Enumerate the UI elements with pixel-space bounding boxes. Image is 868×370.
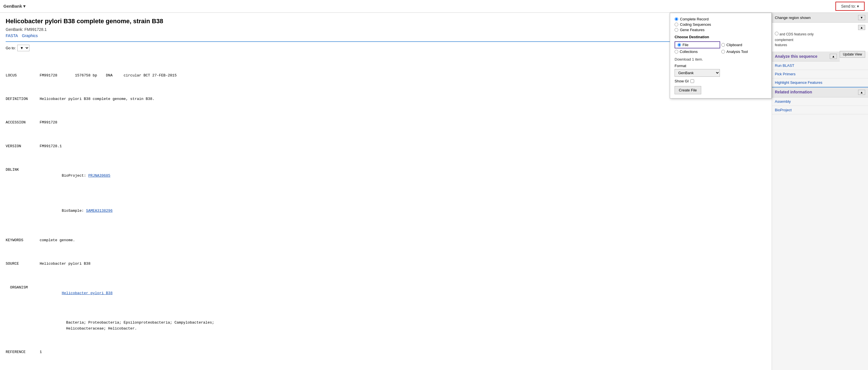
coding-sequences-label: Coding Sequences — [680, 22, 711, 27]
dblink-biosample-text: BioSample: — [62, 209, 86, 213]
organism-label: ORGANISM — [6, 285, 40, 302]
analyze-scroll-btn[interactable]: ▲ — [830, 54, 837, 59]
assembly-link[interactable]: Assembly — [772, 97, 868, 106]
file-radio[interactable] — [677, 43, 681, 47]
keywords-row: KEYWORDS complete genome. — [6, 238, 766, 243]
format-select[interactable]: GenBank FASTA GenPept ASN.1 — [675, 69, 720, 77]
clipboard-label: Clipboard — [726, 43, 742, 47]
complement-label: complement — [775, 38, 865, 42]
collections-label: Collections — [680, 50, 698, 54]
analysis-tool-destination[interactable]: Analysis Tool — [721, 50, 767, 54]
page-title: Helicobacter pylori B38 complete genome,… — [6, 17, 766, 26]
organism-taxonomy-row: Bacteria; Proteobacteria; Epsilonproteob… — [6, 320, 766, 332]
coding-sequences-radio[interactable] — [675, 23, 678, 26]
features-label: features — [775, 43, 865, 47]
highlight-features-link[interactable]: Highlight Sequence Features — [772, 79, 868, 87]
analyze-header: Analyze this sequence ▲ — [772, 52, 840, 61]
genbank-nav-link[interactable]: GenBank ▾ — [3, 4, 26, 9]
format-label: Format — [675, 64, 767, 68]
goto-row: Go to: ▼ — [6, 45, 766, 51]
analysis-tool-label: Analysis Tool — [726, 50, 748, 54]
version-label: VERSION — [6, 144, 40, 150]
download-count-text: Download 1 item. — [675, 57, 767, 61]
show-gi-checkbox[interactable] — [690, 79, 694, 83]
related-scroll-btn[interactable]: ▲ — [858, 90, 865, 95]
dblink-bioproj-row: DBLINK BioProject: PRJNA39685 — [6, 167, 766, 185]
record-type-group: Complete Record Coding Sequences Gene Fe… — [675, 17, 767, 32]
version-row: VERSION FM991728.1 — [6, 144, 766, 150]
genbank-id: GenBank: FM991728.1 — [6, 27, 766, 32]
organism-taxonomy-spacer — [6, 320, 40, 332]
organism-link[interactable]: Helicobacter pylori B38 — [62, 291, 113, 295]
definition-row: DEFINITION Helicobacter pylori B38 compl… — [6, 96, 766, 102]
change-region-scroll-btn[interactable]: ▼ — [858, 15, 865, 20]
clipboard-destination[interactable]: Clipboard — [721, 41, 767, 49]
organism-row: ORGANISM Helicobacter pylori B38 — [6, 285, 766, 302]
organism-value: Helicobacter pylori B38 — [40, 285, 766, 302]
cds-radio[interactable] — [775, 32, 778, 35]
cds-features-label: and CDS features only — [775, 32, 865, 36]
left-content: Helicobacter pylori B38 complete genome,… — [0, 13, 772, 370]
accession-label: ACCESSION — [6, 120, 40, 126]
goto-label: Go to: — [6, 46, 16, 50]
header-links: FASTA Graphics — [6, 33, 766, 38]
reference-label: REFERENCE — [6, 349, 40, 355]
goto-select[interactable]: ▼ — [17, 45, 29, 51]
change-region-label: Change region shown — [775, 16, 810, 20]
top-nav: GenBank ▾ Send to: ▾ Complete Record Cod… — [0, 0, 868, 13]
locus-value: FM991728 1576758 bp DNA circular BCT 27-… — [40, 73, 766, 79]
collections-destination[interactable]: Collections — [675, 50, 720, 54]
source-label: SOURCE — [6, 261, 40, 267]
dblink-biosample-value: BioSample: SAMEA3138296 — [40, 203, 766, 220]
create-file-button[interactable]: Create File — [675, 86, 701, 94]
clipboard-radio[interactable] — [721, 43, 725, 47]
definition-value: Helicobacter pylori B38 complete genome,… — [40, 96, 766, 102]
complete-record-label: Complete Record — [680, 17, 709, 21]
run-blast-link[interactable]: Run BLAST — [772, 61, 868, 70]
gene-features-label: Gene Features — [680, 28, 705, 32]
collections-radio[interactable] — [675, 50, 678, 54]
organism-taxonomy-value: Bacteria; Proteobacteria; Epsilonproteob… — [40, 320, 766, 332]
coding-sequences-option[interactable]: Coding Sequences — [675, 22, 767, 27]
gene-features-radio[interactable] — [675, 28, 678, 32]
dblink-bioproj-value: BioProject: PRJNA39685 — [40, 167, 766, 185]
send-to-button[interactable]: Send to: ▾ — [835, 2, 865, 11]
right-sidebar: Change region shown ▼ ▲ and CDS features… — [772, 13, 868, 370]
analysis-tool-radio[interactable] — [721, 50, 725, 54]
reference-row: REFERENCE 1 — [6, 349, 766, 355]
keywords-value: complete genome. — [40, 238, 766, 243]
pick-primers-link[interactable]: Pick Primers — [772, 70, 868, 79]
accession-value: FM991728 — [40, 120, 766, 126]
fasta-link[interactable]: FASTA — [6, 33, 18, 38]
show-gi-row: Show GI — [675, 79, 767, 83]
version-value: FM991728.1 — [40, 144, 766, 150]
view-scroll-up-btn[interactable]: ▲ — [858, 25, 865, 30]
dblink-spacer — [6, 203, 40, 220]
file-label: File — [683, 43, 688, 47]
send-to-dropdown: Complete Record Coding Sequences Gene Fe… — [670, 13, 772, 98]
gene-features-option[interactable]: Gene Features — [675, 28, 767, 32]
analyze-header-label: Analyze this sequence — [775, 54, 817, 59]
source-value: Helicobacter pylori B38 — [40, 261, 766, 267]
locus-row: LOCUS FM991728 1576758 bp DNA circular B… — [6, 73, 766, 79]
biosample-link[interactable]: SAMEA3138296 — [86, 209, 113, 213]
divider — [6, 41, 766, 42]
complete-record-radio[interactable] — [675, 17, 678, 21]
accession-row: ACCESSION FM991728 — [6, 120, 766, 126]
dblink-label: DBLINK — [6, 167, 40, 185]
sidebar-view-options: ▲ and CDS features only complement featu… — [772, 23, 868, 52]
record-table: LOCUS FM991728 1576758 bp DNA circular B… — [6, 55, 766, 370]
dblink-bioproj-text: BioProject: — [62, 174, 88, 178]
reference-value: 1 — [40, 349, 766, 355]
bioproj-related-link[interactable]: BioProject — [772, 106, 868, 114]
destination-grid: File Clipboard Collections Analysis Tool — [675, 41, 767, 54]
file-destination[interactable]: File — [675, 41, 720, 49]
choose-destination-label: Choose Destination — [675, 35, 767, 39]
update-view-button[interactable]: Update View — [840, 51, 865, 58]
graphics-link[interactable]: Graphics — [22, 33, 38, 38]
change-region-bar: Change region shown ▼ — [772, 13, 868, 23]
bioproj-link[interactable]: PRJNA39685 — [88, 174, 111, 178]
complete-record-option[interactable]: Complete Record — [675, 17, 767, 21]
dblink-biosample-row: BioSample: SAMEA3138296 — [6, 203, 766, 220]
related-header: Related information ▲ — [772, 87, 868, 97]
